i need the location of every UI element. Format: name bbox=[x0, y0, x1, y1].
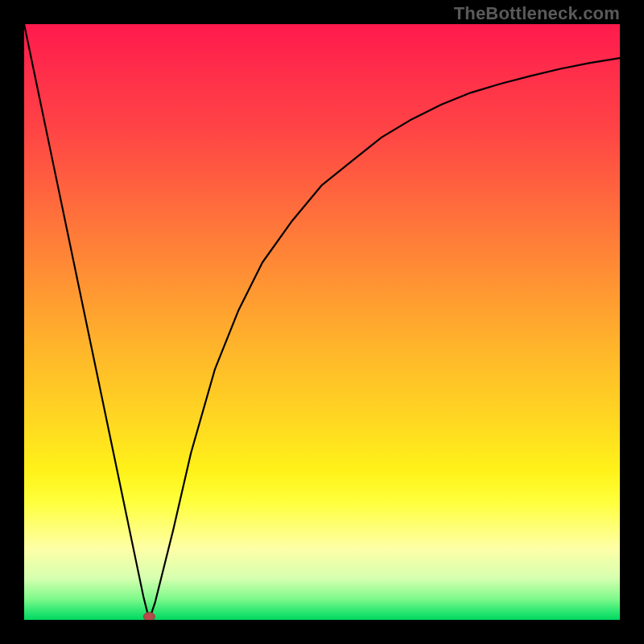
watermark-text: TheBottleneck.com bbox=[454, 3, 620, 24]
chart-frame: TheBottleneck.com bbox=[0, 0, 644, 644]
curve-series bbox=[24, 24, 620, 620]
curve-path bbox=[24, 24, 620, 620]
marker-dot bbox=[143, 613, 155, 621]
plot-area bbox=[24, 24, 620, 620]
min-marker bbox=[143, 613, 155, 621]
chart-svg bbox=[24, 24, 620, 620]
